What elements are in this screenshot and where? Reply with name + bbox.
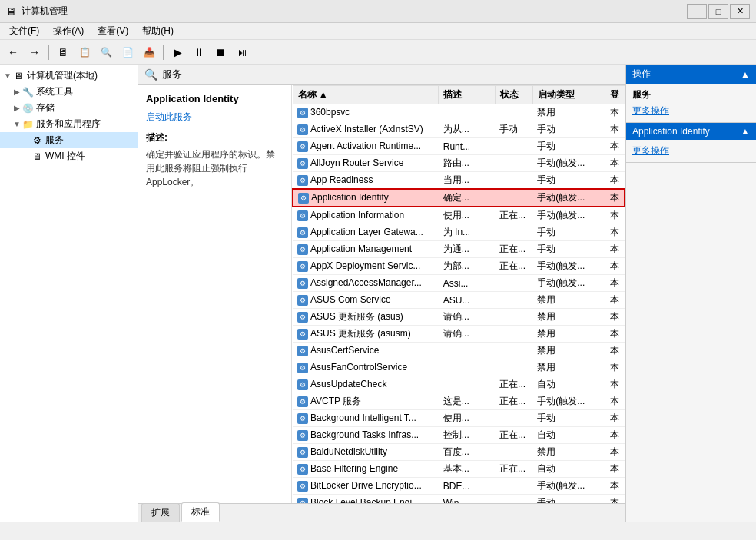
menu-action[interactable]: 操作(A): [47, 23, 90, 39]
tab-expand[interactable]: 扩展: [141, 503, 180, 522]
service-status-cell: 正在...: [495, 393, 532, 410]
right-section-title-appidentity: Application Identity: [632, 126, 710, 137]
service-name-cell: ⚙Application Layer Gatewa...: [293, 224, 439, 241]
tree-item-storage[interactable]: ▶ 💿 存储: [0, 100, 138, 116]
service-startup-cell: 手动: [532, 172, 605, 190]
menu-view[interactable]: 查看(V): [91, 23, 134, 39]
table-row[interactable]: ⚙AsusUpdateCheck正在...自动本: [293, 376, 625, 393]
maximize-button[interactable]: □: [708, 4, 728, 19]
toolbar-play[interactable]: ▶: [167, 43, 187, 61]
service-status-cell: [495, 104, 532, 121]
table-row[interactable]: ⚙AppX Deployment Servic...为部...正在...手动(触…: [293, 258, 625, 275]
toolbar-restart[interactable]: ⏯: [232, 43, 252, 61]
service-desc-cell: 为从...: [439, 121, 495, 138]
table-row[interactable]: ⚙App Readiness当用...手动本: [293, 172, 625, 190]
tree-item-services-apps[interactable]: ▼ 📁 服务和应用程序: [0, 116, 138, 132]
service-startup-cell: 手动(触发...: [532, 207, 605, 224]
table-row[interactable]: ⚙AVCTP 服务这是...正在...手动(触发...本: [293, 393, 625, 410]
service-startup-cell: 手动: [532, 138, 605, 155]
toolbar-back[interactable]: ←: [3, 43, 23, 61]
toolbar-import[interactable]: 📥: [139, 43, 159, 61]
tree-item-root[interactable]: ▼ 🖥 计算机管理(本地): [0, 68, 138, 84]
right-more-actions-services[interactable]: 更多操作: [632, 103, 750, 119]
minimize-button[interactable]: ─: [687, 4, 707, 19]
col-header-desc[interactable]: 描述: [439, 86, 495, 104]
menu-bar: 文件(F) 操作(A) 查看(V) 帮助(H): [0, 23, 756, 40]
service-login-cell: 本: [605, 155, 625, 172]
tree-label-system: 系统工具: [36, 85, 73, 98]
toolbar-computer[interactable]: 🖥: [53, 43, 73, 61]
table-row[interactable]: ⚙ActiveX Installer (AxInstSV)为从...手动手动本: [293, 121, 625, 138]
table-row[interactable]: ⚙ASUS 更新服务 (asusm)请确...禁用本: [293, 326, 625, 343]
table-row[interactable]: ⚙ASUS 更新服务 (asus)请确...禁用本: [293, 309, 625, 326]
right-section-actions: 操作 ▲ 服务 更多操作: [626, 65, 756, 123]
table-row[interactable]: ⚙Application Management为通...正在...手动本: [293, 241, 625, 258]
start-service-link[interactable]: 启动此服务: [146, 111, 284, 124]
tree-label-services-apps: 服务和应用程序: [36, 118, 101, 131]
toolbar-stop[interactable]: ⏹: [211, 43, 230, 61]
service-status-cell: [495, 224, 532, 241]
service-status-cell: [495, 309, 532, 326]
service-desc-cell: 为部...: [439, 258, 495, 275]
table-row[interactable]: ⚙AllJoyn Router Service路由...手动(触发...本: [293, 155, 625, 172]
table-row[interactable]: ⚙ASUS Com ServiceASU...禁用本: [293, 292, 625, 309]
col-header-name[interactable]: 名称 ▲: [293, 86, 439, 104]
right-section-title-actions: 操作: [632, 68, 651, 81]
col-header-startup[interactable]: 启动类型: [532, 86, 605, 104]
tree-item-services[interactable]: ⚙ 服务: [0, 132, 138, 148]
service-icon: ⚙: [297, 396, 308, 407]
menu-help[interactable]: 帮助(H): [136, 23, 180, 39]
service-icon: ⚙: [297, 481, 308, 492]
close-button[interactable]: ✕: [730, 4, 750, 19]
service-status-cell: [495, 495, 532, 504]
service-desc-cell: [439, 104, 495, 121]
table-row[interactable]: ⚙Background Intelligent T...使用...手动本: [293, 410, 625, 427]
desc-title: Application Identity: [146, 93, 284, 104]
col-header-status[interactable]: 状态: [495, 86, 532, 104]
col-header-login[interactable]: 登: [605, 86, 625, 104]
table-row[interactable]: ⚙Application Information使用...正在...手动(触发.…: [293, 207, 625, 224]
service-icon: ⚙: [297, 329, 308, 340]
service-login-cell: 本: [605, 189, 625, 207]
service-status-cell: [495, 326, 532, 343]
toolbar-pause[interactable]: ⏸: [189, 43, 209, 61]
right-more-actions-appidentity[interactable]: 更多操作: [632, 143, 750, 159]
toolbar-forward[interactable]: →: [25, 43, 45, 61]
table-row[interactable]: ⚙Application Layer Gatewa...为 In...手动本: [293, 224, 625, 241]
table-row[interactable]: ⚙Block Level Backup Engi...Win...手动本: [293, 495, 625, 504]
table-row[interactable]: ⚙BaiduNetdiskUtility百度...禁用本: [293, 444, 625, 461]
service-login-cell: 本: [605, 207, 625, 224]
service-desc-cell: 百度...: [439, 444, 495, 461]
service-name-cell: ⚙AppX Deployment Servic...: [293, 258, 439, 275]
service-status-cell: 正在...: [495, 461, 532, 478]
service-name-cell: ⚙App Readiness: [293, 172, 439, 190]
toolbar-sep2: [163, 45, 164, 60]
tree-label-services: 服务: [45, 134, 64, 147]
service-desc-cell: BDE...: [439, 478, 495, 495]
tree-item-system-tools[interactable]: ▶ 🔧 系统工具: [0, 84, 138, 100]
right-section-chevron-appidentity: ▲: [741, 126, 750, 137]
toolbar-clipboard[interactable]: 📋: [75, 43, 94, 61]
service-login-cell: 本: [605, 275, 625, 292]
table-row[interactable]: ⚙Base Filtering Engine基本...正在...自动本: [293, 461, 625, 478]
tree-item-wmi[interactable]: 🖥 WMI 控件: [0, 148, 138, 164]
table-row[interactable]: ⚙BitLocker Drive Encryptio...BDE...手动(触发…: [293, 478, 625, 495]
service-login-cell: 本: [605, 172, 625, 190]
toolbar-doc[interactable]: 📄: [118, 43, 138, 61]
table-row[interactable]: ⚙AssignedAccessManager...Assi...手动(触发...…: [293, 275, 625, 292]
table-row[interactable]: ⚙AsusCertService禁用本: [293, 343, 625, 359]
menu-file[interactable]: 文件(F): [3, 23, 45, 39]
service-login-cell: 本: [605, 258, 625, 275]
service-icon: ⚙: [297, 227, 308, 238]
toolbar-search[interactable]: 🔍: [96, 43, 116, 61]
table-row[interactable]: ⚙AsusFanControlService禁用本: [293, 359, 625, 376]
service-desc-cell: [439, 343, 495, 359]
service-list-body: ⚙360bpsvс禁用本⚙ActiveX Installer (AxInstSV…: [293, 104, 625, 504]
service-login-cell: 本: [605, 309, 625, 326]
table-row[interactable]: ⚙360bpsvс禁用本: [293, 104, 625, 121]
service-desc-cell: ASU...: [439, 292, 495, 309]
table-row[interactable]: ⚙Application Identity确定...手动(触发...本: [293, 189, 625, 207]
table-row[interactable]: ⚙Agent Activation Runtime...Runt...手动本: [293, 138, 625, 155]
tab-standard[interactable]: 标准: [181, 502, 220, 522]
table-row[interactable]: ⚙Background Tasks Infras...控制...正在...自动本: [293, 427, 625, 444]
